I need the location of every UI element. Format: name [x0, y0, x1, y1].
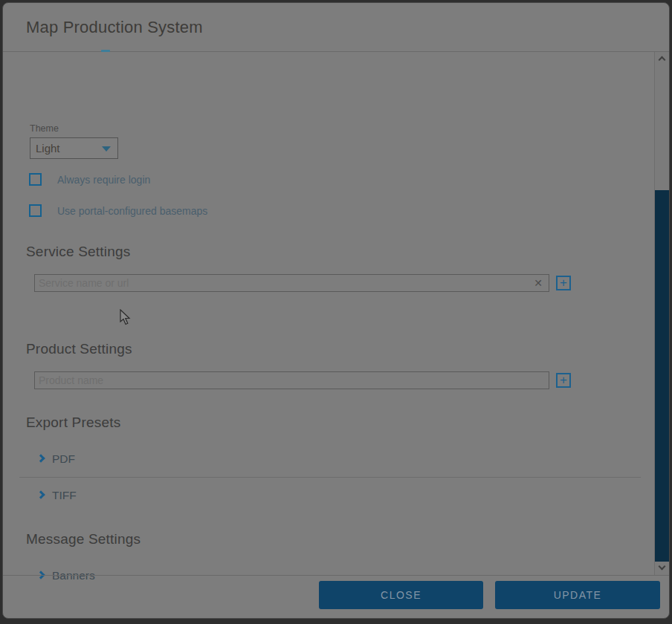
add-service-button[interactable]: + — [556, 276, 571, 290]
scrollbar[interactable] — [654, 52, 669, 575]
service-name-input[interactable] — [35, 275, 549, 291]
theme-label: Theme — [30, 123, 59, 134]
service-settings-heading: Service Settings — [26, 244, 131, 260]
dialog-scroll-content: Theme Light Always require login Use por… — [3, 52, 654, 575]
checkbox-label: Always require login — [57, 174, 150, 186]
scroll-up-button[interactable] — [655, 52, 669, 65]
chevron-right-icon — [36, 454, 45, 462]
preset-divider — [19, 477, 641, 478]
use-portal-basemaps-checkbox[interactable] — [29, 204, 42, 217]
theme-select-value: Light — [36, 138, 60, 158]
screen: Map Production System Theme Light Always… — [0, 0, 672, 624]
close-button[interactable]: CLOSE — [319, 581, 483, 609]
mouse-cursor — [120, 309, 132, 325]
always-require-login-checkbox[interactable] — [29, 173, 42, 186]
product-name-input[interactable] — [35, 372, 549, 389]
update-button[interactable]: UPDATE — [495, 581, 660, 609]
dialog-header: Map Production System — [3, 3, 669, 51]
message-settings-heading: Message Settings — [26, 531, 140, 547]
chevron-down-icon — [102, 146, 111, 152]
service-input-wrap: ✕ — [34, 274, 549, 292]
dialog-title: Map Production System — [26, 3, 203, 52]
scroll-down-button[interactable] — [655, 562, 669, 575]
expander-label: PDF — [52, 452, 75, 466]
product-settings-heading: Product Settings — [26, 341, 132, 357]
export-presets-heading: Export Presets — [26, 415, 120, 431]
scrollbar-thumb[interactable] — [655, 190, 669, 562]
checkbox-label: Use portal-configured basemaps — [57, 205, 207, 217]
theme-select[interactable]: Light — [30, 137, 118, 159]
chevron-up-icon — [659, 56, 666, 64]
add-product-button[interactable]: + — [556, 373, 571, 388]
product-input-wrap — [34, 371, 549, 389]
map-production-system-dialog: Map Production System Theme Light Always… — [2, 2, 670, 619]
chevron-right-icon — [36, 490, 45, 498]
dialog-footer: CLOSE UPDATE — [3, 575, 669, 618]
chevron-down-icon — [659, 563, 666, 571]
expander-label: TIFF — [52, 489, 77, 502]
clear-icon[interactable]: ✕ — [534, 277, 543, 290]
